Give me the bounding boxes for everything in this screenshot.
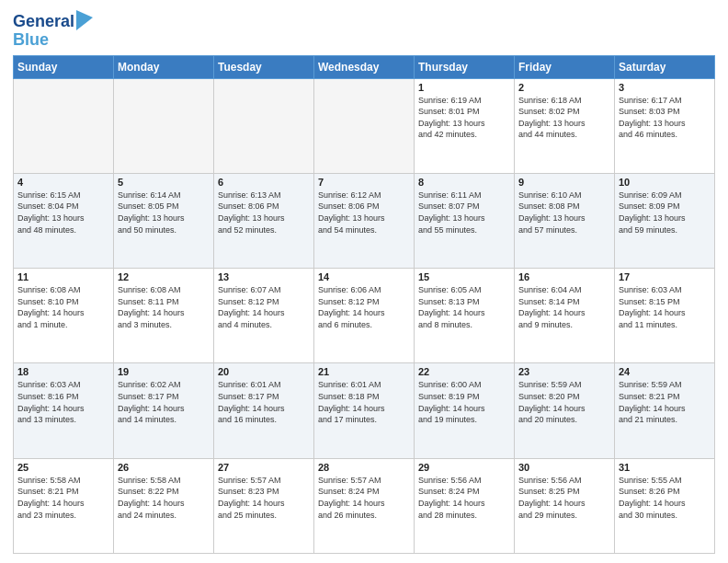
day-info: Sunrise: 6:13 AM Sunset: 8:06 PM Dayligh… — [218, 190, 310, 236]
calendar-week-row: 1Sunrise: 6:19 AM Sunset: 8:01 PM Daylig… — [14, 78, 715, 173]
day-number: 12 — [118, 271, 210, 282]
logo-icon — [76, 10, 93, 30]
day-number: 20 — [218, 366, 310, 377]
day-info: Sunrise: 6:07 AM Sunset: 8:12 PM Dayligh… — [218, 284, 310, 330]
weekday-header: Wednesday — [314, 55, 415, 78]
day-info: Sunrise: 6:06 AM Sunset: 8:12 PM Dayligh… — [318, 284, 410, 330]
day-info: Sunrise: 5:58 AM Sunset: 8:21 PM Dayligh… — [17, 475, 109, 521]
day-number: 16 — [518, 271, 610, 282]
calendar-day-cell: 6Sunrise: 6:13 AM Sunset: 8:06 PM Daylig… — [214, 173, 314, 268]
day-number: 1 — [418, 82, 510, 93]
day-info: Sunrise: 5:57 AM Sunset: 8:24 PM Dayligh… — [318, 475, 410, 521]
day-info: Sunrise: 6:01 AM Sunset: 8:17 PM Dayligh… — [218, 379, 310, 425]
day-info: Sunrise: 6:02 AM Sunset: 8:17 PM Dayligh… — [118, 379, 210, 425]
calendar-day-cell — [214, 78, 314, 173]
day-info: Sunrise: 6:04 AM Sunset: 8:14 PM Dayligh… — [518, 284, 610, 330]
day-info: Sunrise: 5:58 AM Sunset: 8:22 PM Dayligh… — [118, 475, 210, 521]
day-info: Sunrise: 6:10 AM Sunset: 8:08 PM Dayligh… — [518, 190, 610, 236]
day-number: 5 — [118, 177, 210, 188]
day-number: 23 — [518, 366, 610, 377]
day-info: Sunrise: 6:08 AM Sunset: 8:10 PM Dayligh… — [17, 284, 109, 330]
day-number: 15 — [418, 271, 510, 282]
day-info: Sunrise: 5:56 AM Sunset: 8:25 PM Dayligh… — [518, 475, 610, 521]
calendar-day-cell: 11Sunrise: 6:08 AM Sunset: 8:10 PM Dayli… — [14, 269, 114, 363]
day-info: Sunrise: 5:59 AM Sunset: 8:21 PM Dayligh… — [619, 379, 711, 425]
day-number: 19 — [118, 366, 210, 377]
weekday-header: Sunday — [14, 55, 114, 78]
day-info: Sunrise: 6:14 AM Sunset: 8:05 PM Dayligh… — [118, 190, 210, 236]
calendar-day-cell: 4Sunrise: 6:15 AM Sunset: 8:04 PM Daylig… — [14, 173, 114, 268]
day-number: 8 — [418, 177, 510, 188]
calendar-day-cell: 25Sunrise: 5:58 AM Sunset: 8:21 PM Dayli… — [14, 458, 114, 553]
calendar-day-cell: 2Sunrise: 6:18 AM Sunset: 8:02 PM Daylig… — [515, 78, 615, 173]
calendar-day-cell: 31Sunrise: 5:55 AM Sunset: 8:26 PM Dayli… — [615, 458, 715, 553]
day-number: 28 — [318, 462, 410, 473]
day-number: 24 — [619, 366, 711, 377]
calendar-day-cell: 7Sunrise: 6:12 AM Sunset: 8:06 PM Daylig… — [314, 173, 415, 268]
day-info: Sunrise: 6:09 AM Sunset: 8:09 PM Dayligh… — [619, 190, 711, 236]
day-number: 17 — [619, 271, 711, 282]
calendar-day-cell: 15Sunrise: 6:05 AM Sunset: 8:13 PM Dayli… — [415, 269, 515, 363]
weekday-header: Tuesday — [214, 55, 314, 78]
day-info: Sunrise: 5:55 AM Sunset: 8:26 PM Dayligh… — [619, 475, 711, 521]
day-number: 26 — [118, 462, 210, 473]
calendar-day-cell: 12Sunrise: 6:08 AM Sunset: 8:11 PM Dayli… — [114, 269, 214, 363]
calendar-day-cell: 17Sunrise: 6:03 AM Sunset: 8:15 PM Dayli… — [615, 269, 715, 363]
day-number: 2 — [518, 82, 610, 93]
weekday-header: Thursday — [415, 55, 515, 78]
logo-blue-text: Blue — [13, 31, 93, 50]
calendar-week-row: 25Sunrise: 5:58 AM Sunset: 8:21 PM Dayli… — [14, 458, 715, 553]
calendar-day-cell — [314, 78, 415, 173]
day-number: 31 — [619, 462, 711, 473]
calendar-day-cell: 5Sunrise: 6:14 AM Sunset: 8:05 PM Daylig… — [114, 173, 214, 268]
calendar-day-cell: 21Sunrise: 6:01 AM Sunset: 8:18 PM Dayli… — [314, 363, 415, 458]
logo-text: General — [13, 13, 74, 31]
day-info: Sunrise: 6:17 AM Sunset: 8:03 PM Dayligh… — [619, 95, 711, 141]
logo: General Blue — [13, 13, 93, 50]
calendar-day-cell: 19Sunrise: 6:02 AM Sunset: 8:17 PM Dayli… — [114, 363, 214, 458]
day-number: 30 — [518, 462, 610, 473]
calendar-day-cell: 1Sunrise: 6:19 AM Sunset: 8:01 PM Daylig… — [415, 78, 515, 173]
day-number: 25 — [17, 462, 109, 473]
calendar-day-cell: 20Sunrise: 6:01 AM Sunset: 8:17 PM Dayli… — [214, 363, 314, 458]
day-number: 22 — [418, 366, 510, 377]
day-info: Sunrise: 6:18 AM Sunset: 8:02 PM Dayligh… — [518, 95, 610, 141]
day-number: 27 — [218, 462, 310, 473]
calendar-table: SundayMondayTuesdayWednesdayThursdayFrid… — [13, 55, 715, 554]
weekday-header-row: SundayMondayTuesdayWednesdayThursdayFrid… — [14, 55, 715, 78]
day-number: 4 — [17, 177, 109, 188]
day-info: Sunrise: 6:08 AM Sunset: 8:11 PM Dayligh… — [118, 284, 210, 330]
day-info: Sunrise: 6:01 AM Sunset: 8:18 PM Dayligh… — [318, 379, 410, 425]
day-info: Sunrise: 5:57 AM Sunset: 8:23 PM Dayligh… — [218, 475, 310, 521]
day-info: Sunrise: 6:03 AM Sunset: 8:16 PM Dayligh… — [17, 379, 109, 425]
day-number: 9 — [518, 177, 610, 188]
calendar-week-row: 4Sunrise: 6:15 AM Sunset: 8:04 PM Daylig… — [14, 173, 715, 268]
calendar-day-cell: 18Sunrise: 6:03 AM Sunset: 8:16 PM Dayli… — [14, 363, 114, 458]
day-number: 18 — [17, 366, 109, 377]
weekday-header: Saturday — [615, 55, 715, 78]
day-info: Sunrise: 6:11 AM Sunset: 8:07 PM Dayligh… — [418, 190, 510, 236]
svg-marker-0 — [76, 10, 93, 30]
day-number: 13 — [218, 271, 310, 282]
day-number: 10 — [619, 177, 711, 188]
calendar-day-cell — [114, 78, 214, 173]
calendar-day-cell: 3Sunrise: 6:17 AM Sunset: 8:03 PM Daylig… — [615, 78, 715, 173]
day-info: Sunrise: 5:59 AM Sunset: 8:20 PM Dayligh… — [518, 379, 610, 425]
day-info: Sunrise: 6:05 AM Sunset: 8:13 PM Dayligh… — [418, 284, 510, 330]
calendar-day-cell: 28Sunrise: 5:57 AM Sunset: 8:24 PM Dayli… — [314, 458, 415, 553]
calendar-day-cell: 14Sunrise: 6:06 AM Sunset: 8:12 PM Dayli… — [314, 269, 415, 363]
day-info: Sunrise: 6:03 AM Sunset: 8:15 PM Dayligh… — [619, 284, 711, 330]
calendar-day-cell: 30Sunrise: 5:56 AM Sunset: 8:25 PM Dayli… — [515, 458, 615, 553]
header: General Blue — [13, 9, 715, 50]
day-number: 6 — [218, 177, 310, 188]
calendar-day-cell: 13Sunrise: 6:07 AM Sunset: 8:12 PM Dayli… — [214, 269, 314, 363]
calendar-day-cell: 29Sunrise: 5:56 AM Sunset: 8:24 PM Dayli… — [415, 458, 515, 553]
calendar-page: General Blue SundayMondayTuesdayWednesda… — [0, 0, 728, 563]
calendar-day-cell — [14, 78, 114, 173]
calendar-day-cell: 27Sunrise: 5:57 AM Sunset: 8:23 PM Dayli… — [214, 458, 314, 553]
day-info: Sunrise: 6:12 AM Sunset: 8:06 PM Dayligh… — [318, 190, 410, 236]
weekday-header: Monday — [114, 55, 214, 78]
day-info: Sunrise: 6:00 AM Sunset: 8:19 PM Dayligh… — [418, 379, 510, 425]
calendar-day-cell: 23Sunrise: 5:59 AM Sunset: 8:20 PM Dayli… — [515, 363, 615, 458]
weekday-header: Friday — [515, 55, 615, 78]
